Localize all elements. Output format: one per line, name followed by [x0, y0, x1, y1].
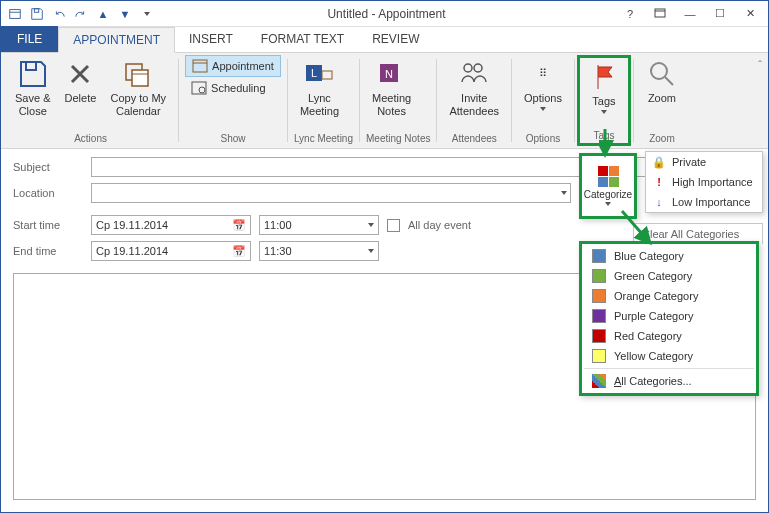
- svg-point-20: [651, 63, 667, 79]
- zoom-icon: [646, 58, 678, 90]
- appointment-view-button[interactable]: Appointment: [185, 55, 281, 77]
- subject-label: Subject: [13, 161, 83, 173]
- category-label: Blue Category: [614, 250, 684, 262]
- group-lync: L Lync Meeting Lync Meeting: [290, 55, 357, 146]
- location-input[interactable]: [91, 183, 571, 203]
- qat-next-icon[interactable]: ▼: [115, 4, 135, 24]
- high-importance-icon: !: [652, 175, 666, 189]
- start-date-input[interactable]: Cp 19.11.2014 📅: [91, 215, 251, 235]
- tab-appointment[interactable]: APPOINTMENT: [58, 27, 175, 53]
- delete-icon: [64, 58, 96, 90]
- all-categories-icon: [592, 374, 606, 388]
- private-toggle[interactable]: 🔒 Private: [646, 152, 762, 172]
- tab-file[interactable]: FILE: [1, 26, 58, 52]
- svg-rect-7: [132, 70, 148, 86]
- tags-side-menu: 🔒 Private ! High Importance ↓ Low Import…: [645, 151, 763, 213]
- svg-text:L: L: [311, 67, 317, 79]
- ribbon: ˆ Save & Close Delete Copy to My Calenda…: [1, 53, 768, 149]
- calendar-icon[interactable]: 📅: [232, 245, 246, 258]
- category-label: Yellow Category: [614, 350, 693, 362]
- category-swatch: [592, 309, 606, 323]
- category-label: Purple Category: [614, 310, 694, 322]
- help-icon[interactable]: ?: [616, 4, 644, 24]
- start-time-input[interactable]: 11:00: [259, 215, 379, 235]
- category-swatch: [592, 289, 606, 303]
- category-item[interactable]: Purple Category: [584, 306, 754, 326]
- tab-review[interactable]: REVIEW: [358, 26, 433, 52]
- category-item[interactable]: Green Category: [584, 266, 754, 286]
- chevron-down-icon: [605, 202, 611, 206]
- window-controls: ? — ☐ ✕: [616, 4, 764, 24]
- ribbon-tabs: FILE APPOINTMENT INSERT FORMAT TEXT REVI…: [1, 27, 768, 53]
- category-item[interactable]: Blue Category: [584, 246, 754, 266]
- location-dropdown-icon[interactable]: [561, 191, 567, 195]
- save-close-button[interactable]: Save & Close: [9, 55, 56, 121]
- delete-button[interactable]: Delete: [58, 55, 102, 108]
- app-icon: [5, 4, 25, 24]
- maximize-icon[interactable]: ☐: [706, 4, 734, 24]
- chevron-down-icon: [540, 107, 546, 111]
- options-button[interactable]: ⠿ Options: [518, 55, 568, 114]
- calendar-copy-icon: [122, 58, 154, 90]
- qat-save-icon[interactable]: [27, 4, 47, 24]
- lync-meeting-button[interactable]: L Lync Meeting: [294, 55, 345, 121]
- categorize-grid-icon: [598, 166, 619, 187]
- category-swatch: [592, 329, 606, 343]
- category-label: Orange Category: [614, 290, 698, 302]
- category-swatch: [592, 269, 606, 283]
- qat-undo-icon[interactable]: [49, 4, 69, 24]
- chevron-down-icon[interactable]: [368, 223, 374, 227]
- group-tags: Tags Tags: [577, 55, 631, 146]
- category-label: Red Category: [614, 330, 682, 342]
- lync-icon: L: [303, 58, 335, 90]
- lock-icon: 🔒: [652, 155, 666, 169]
- svg-rect-9: [193, 60, 207, 72]
- category-item[interactable]: Orange Category: [584, 286, 754, 306]
- svg-text:N: N: [385, 68, 393, 80]
- svg-point-19: [474, 64, 482, 72]
- zoom-button[interactable]: Zoom: [640, 55, 684, 108]
- tab-insert[interactable]: INSERT: [175, 26, 247, 52]
- svg-rect-15: [322, 71, 332, 79]
- all-day-checkbox[interactable]: [387, 219, 400, 232]
- low-importance-button[interactable]: ↓ Low Importance: [646, 192, 762, 212]
- categorize-button[interactable]: Categorize: [579, 153, 637, 219]
- end-time-input[interactable]: 11:30: [259, 241, 379, 261]
- qat-customize-icon[interactable]: [137, 4, 157, 24]
- all-categories-label: All Categories...: [614, 375, 692, 387]
- tab-format-text[interactable]: FORMAT TEXT: [247, 26, 358, 52]
- meeting-notes-button[interactable]: N Meeting Notes: [366, 55, 417, 121]
- all-day-label: All day event: [408, 219, 471, 231]
- collapse-ribbon-icon[interactable]: ˆ: [758, 59, 762, 71]
- high-importance-button[interactable]: ! High Importance: [646, 172, 762, 192]
- scheduling-view-button[interactable]: Scheduling: [185, 77, 281, 99]
- group-attendees: Invite Attendees Attendees: [439, 55, 509, 146]
- qat-redo-icon[interactable]: [71, 4, 91, 24]
- calendar-icon[interactable]: 📅: [232, 219, 246, 232]
- flag-icon: [588, 61, 620, 93]
- start-time-label: Start time: [13, 219, 83, 231]
- group-actions: Save & Close Delete Copy to My Calendar …: [5, 55, 176, 146]
- svg-rect-5: [26, 62, 36, 70]
- svg-rect-2: [34, 8, 38, 12]
- attendees-icon: [458, 58, 490, 90]
- group-options: ⠿ Options Options: [514, 55, 572, 146]
- all-categories-item[interactable]: All Categories...: [584, 368, 754, 391]
- tags-button[interactable]: Tags: [582, 58, 626, 117]
- close-icon[interactable]: ✕: [736, 4, 764, 24]
- qat-prev-icon[interactable]: ▲: [93, 4, 113, 24]
- svg-rect-3: [655, 9, 665, 17]
- ribbon-toggle-icon[interactable]: [646, 4, 674, 24]
- app-window: ▲ ▼ Untitled - Appointment ? — ☐ ✕ FILE …: [0, 0, 769, 513]
- category-item[interactable]: Red Category: [584, 326, 754, 346]
- category-item[interactable]: Yellow Category: [584, 346, 754, 366]
- svg-rect-0: [10, 9, 21, 18]
- copy-calendar-button[interactable]: Copy to My Calendar: [104, 55, 172, 121]
- minimize-icon[interactable]: —: [676, 4, 704, 24]
- invite-attendees-button[interactable]: Invite Attendees: [443, 55, 505, 121]
- appointment-icon: [192, 58, 208, 74]
- end-date-input[interactable]: Cp 19.11.2014 📅: [91, 241, 251, 261]
- chevron-down-icon: [601, 110, 607, 114]
- chevron-down-icon[interactable]: [368, 249, 374, 253]
- end-time-label: End time: [13, 245, 83, 257]
